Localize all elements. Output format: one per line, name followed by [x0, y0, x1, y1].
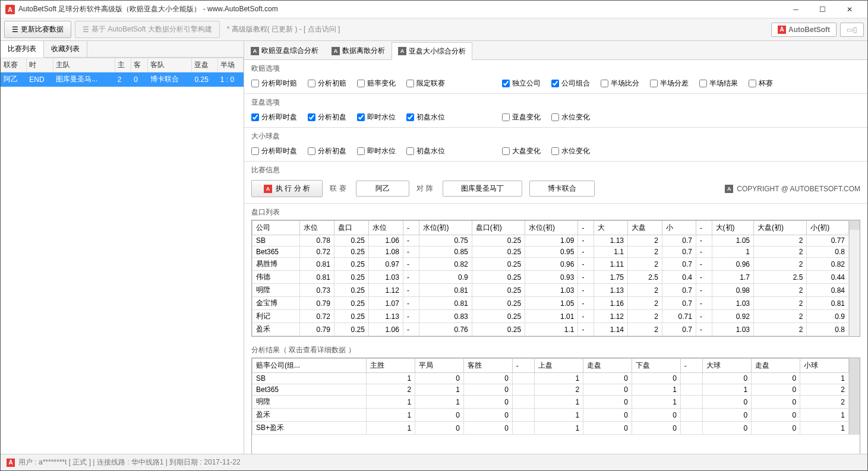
checkbox-半场结果[interactable]: 半场结果	[699, 78, 738, 88]
table-row[interactable]: Bet3650.720.251.08-0.850.250.95-1.120.7-…	[252, 246, 849, 258]
table-row[interactable]: 明陞110101002	[252, 396, 849, 409]
col-header[interactable]: -	[512, 359, 535, 373]
tab-icon: A	[251, 47, 259, 55]
checkbox-杯赛[interactable]: 杯赛	[749, 78, 773, 88]
tab-euro-asia[interactable]: A欧赔亚盘综合分析	[244, 42, 325, 59]
table-row[interactable]: 金宝博0.790.251.07-0.810.251.05-1.1620.7-1.…	[252, 297, 849, 310]
checkbox-分析初盘[interactable]: 分析初盘	[308, 146, 346, 156]
col-header[interactable]: 客队	[147, 58, 192, 72]
col-header[interactable]: -	[696, 221, 712, 235]
col-header[interactable]: 亚盘	[192, 58, 217, 72]
tab-dispersion[interactable]: A数据离散分析	[325, 42, 392, 59]
col-header[interactable]: 客胜	[464, 359, 513, 373]
col-header[interactable]: -	[680, 359, 703, 373]
checkbox-分析即时赔[interactable]: 分析即时赔	[251, 78, 297, 88]
checkbox-初盘水位[interactable]: 初盘水位	[406, 146, 445, 156]
book-button[interactable]: ▭▯	[840, 23, 864, 37]
col-header[interactable]: 大(初)	[712, 221, 754, 235]
table-row[interactable]: SB100100001	[252, 373, 849, 384]
table-row[interactable]: 易胜博0.810.250.97-0.820.250.96-1.1120.7-0.…	[252, 258, 849, 271]
col-header[interactable]: 大	[594, 221, 628, 235]
titlebar: A AutoBetSoft 足球分析软件高级版（欧赔亚盘大小全能版） - www…	[1, 1, 867, 18]
table-row[interactable]: Bet365210201102	[252, 384, 849, 396]
table-row[interactable]: 伟德0.810.251.03-0.90.250.93-1.752.50.4-1.…	[252, 271, 849, 284]
col-header[interactable]: 上盘	[535, 359, 583, 373]
col-header[interactable]: 时	[27, 58, 53, 72]
checkbox-水位变化[interactable]: 水位变化	[551, 112, 590, 122]
col-header[interactable]: 水位(初)	[525, 221, 578, 235]
col-header[interactable]: 走盘	[583, 359, 632, 373]
checkbox-分析初赔[interactable]: 分析初赔	[308, 78, 346, 88]
match-row[interactable]: 阿乙END图库曼圣马...20博卡联合0.251 : 0	[1, 72, 244, 87]
col-header[interactable]: 水位(初)	[419, 221, 472, 235]
col-header[interactable]: 大球	[703, 359, 752, 373]
checkbox-独立公司[interactable]: 独立公司	[502, 78, 541, 88]
col-header[interactable]: 盘口	[334, 221, 368, 235]
col-header[interactable]: 赔率公司(组...	[252, 359, 367, 373]
checkbox-即时水位[interactable]: 即时水位	[357, 146, 396, 156]
league-box: 阿乙	[356, 181, 409, 197]
col-header[interactable]: 主队	[53, 58, 115, 72]
table-row[interactable]: 盈禾0.790.251.06-0.760.251.1-1.1420.7-1.03…	[252, 323, 849, 336]
tutorial-link[interactable]: * 高级版教程( 已更新 ) - [ 点击访问 ]	[227, 24, 340, 34]
col-header[interactable]: 客	[131, 58, 148, 72]
checkbox-分析即时盘[interactable]: 分析即时盘	[251, 112, 297, 122]
execute-button[interactable]: A 执 行 分 析	[251, 180, 323, 197]
col-header[interactable]: 水位	[368, 221, 403, 235]
col-header[interactable]: 小	[662, 221, 696, 235]
col-header[interactable]: 大盘	[627, 221, 662, 235]
checkbox-半场比分[interactable]: 半场比分	[601, 78, 639, 88]
col-header[interactable]: 小球	[800, 359, 849, 373]
table-row[interactable]: 利记0.720.251.13-0.830.251.01-1.1220.71-0.…	[252, 310, 849, 323]
status-text: 用户 : a********t [ 正式 ] | 连接线路 : 华中线路1 | …	[18, 457, 241, 467]
checkbox-赔率变化[interactable]: 赔率变化	[357, 78, 396, 88]
col-header[interactable]: 平局	[415, 359, 464, 373]
col-header[interactable]: 半场	[217, 58, 243, 72]
table-row[interactable]: SB0.780.251.06-0.750.251.09-1.1320.7-1.0…	[252, 235, 849, 246]
odds-label: 盘口列表	[244, 204, 867, 219]
tab-favorite-list[interactable]: 收藏列表	[44, 41, 87, 57]
checkbox-即时水位[interactable]: 即时水位	[357, 112, 396, 122]
col-header[interactable]: -	[578, 221, 594, 235]
checkbox-亚盘变化[interactable]: 亚盘变化	[502, 112, 541, 122]
checkbox-分析即时盘[interactable]: 分析即时盘	[251, 146, 297, 156]
checkbox-水位变化[interactable]: 水位变化	[551, 146, 590, 156]
col-header[interactable]: 下盘	[632, 359, 681, 373]
col-header[interactable]: 小(初)	[807, 221, 849, 235]
toolbar: ☰ 更新比赛数据 ☰ 基于 AutoBetSoft 大数据分析引擎构建 * 高级…	[1, 18, 867, 41]
euro-options: 欧赔选项 分析即时赔分析初赔赔率变化限定联赛独立公司公司组合半场比分半场分差半场…	[244, 60, 867, 94]
col-header[interactable]: 水位	[299, 221, 334, 235]
table-row[interactable]: 盈禾100100001	[252, 409, 849, 422]
refresh-button[interactable]: ☰ 更新比赛数据	[4, 21, 71, 38]
col-header[interactable]: 公司	[252, 221, 300, 235]
app-logo-icon: A	[5, 5, 15, 14]
close-button[interactable]: ✕	[836, 1, 863, 18]
app-window: A AutoBetSoft 足球分析软件高级版（欧赔亚盘大小全能版） - www…	[0, 0, 868, 471]
brand-box[interactable]: A AutoBetSoft	[771, 23, 837, 37]
col-header[interactable]: 联赛	[1, 58, 27, 72]
result-grid[interactable]: 赔率公司(组...主胜平局客胜-上盘走盘下盘-大球走盘小球SB100100001…	[251, 358, 860, 454]
col-header[interactable]: 大盘(初)	[754, 221, 807, 235]
checkbox-半场分差[interactable]: 半场分差	[650, 78, 689, 88]
checkbox-限定联赛[interactable]: 限定联赛	[406, 78, 445, 88]
maximize-button[interactable]: ☐	[809, 1, 836, 18]
odds-grid[interactable]: 公司水位盘口水位-水位(初)盘口(初)水位(初)-大大盘小-大(初)大盘(初)小…	[251, 220, 860, 337]
checkbox-初盘水位[interactable]: 初盘水位	[406, 112, 445, 122]
league-label: 联赛	[330, 184, 349, 194]
table-row[interactable]: SB+盈禾100100001	[252, 422, 849, 435]
scrollbar[interactable]	[849, 220, 860, 336]
col-header[interactable]: 盘口(初)	[472, 221, 525, 235]
tab-match-list[interactable]: 比赛列表	[1, 41, 44, 58]
tab-asia-ou[interactable]: A亚盘大小综合分析	[392, 42, 472, 60]
col-header[interactable]: -	[403, 221, 419, 235]
table-row[interactable]: 明陞0.730.251.12-0.810.251.03-1.1320.7-0.9…	[252, 284, 849, 297]
checkbox-公司组合[interactable]: 公司组合	[551, 78, 590, 88]
scrollbar[interactable]	[849, 358, 860, 435]
checkbox-大盘变化[interactable]: 大盘变化	[502, 146, 541, 156]
checkbox-分析初盘[interactable]: 分析初盘	[308, 112, 346, 122]
match-grid[interactable]: 联赛时主队主客客队亚盘半场 阿乙END图库曼圣马...20博卡联合0.251 :…	[1, 58, 244, 454]
col-header[interactable]: 走盘	[752, 359, 800, 373]
col-header[interactable]: 主	[115, 58, 131, 72]
minimize-button[interactable]: ─	[782, 1, 809, 18]
col-header[interactable]: 主胜	[367, 359, 415, 373]
